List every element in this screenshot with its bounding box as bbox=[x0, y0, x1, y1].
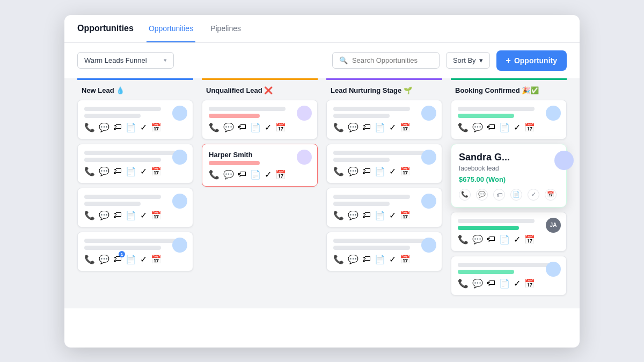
file-icon: 📄 bbox=[250, 122, 261, 132]
phone-icon: 📞 bbox=[209, 122, 219, 132]
sort-button[interactable]: Sort By ▾ bbox=[446, 52, 490, 69]
search-input[interactable] bbox=[352, 56, 433, 64]
skeleton bbox=[333, 114, 390, 118]
card[interactable]: 📞 💬 🏷 📄 ✓ 📅 bbox=[451, 256, 567, 295]
card-icons: 📞 💬 🏷 📄 ✓ 📅 bbox=[209, 122, 311, 132]
skeleton bbox=[84, 246, 161, 250]
sort-label: Sort By bbox=[453, 56, 476, 64]
card[interactable]: 📞 💬 🏷 📄 ✓ 📅 bbox=[77, 100, 193, 139]
tag-icon: 🏷 bbox=[113, 210, 122, 220]
column-new-lead: New Lead 💧 📞 💬 🏷 📄 ✓ 📅 bbox=[73, 78, 197, 300]
card-icons: 📞 💬 🏷 📄 ✓ 📅 bbox=[84, 166, 186, 176]
avatar: JA bbox=[546, 218, 561, 233]
phone-icon: 📞 bbox=[333, 254, 344, 264]
skeleton bbox=[333, 107, 410, 111]
skeleton-red bbox=[209, 114, 260, 118]
message-icon: 💬 bbox=[348, 166, 358, 176]
file-icon: 📄 bbox=[375, 122, 385, 132]
avatar bbox=[172, 194, 187, 209]
card-icons: 📞 💬 🏷 📄 ✓ 📅 bbox=[458, 234, 560, 245]
column-header-lead-nurturing: Lead Nurturing Stage 🌱 bbox=[326, 78, 442, 100]
phone-icon: 📞 bbox=[458, 278, 469, 289]
skeleton bbox=[84, 151, 176, 155]
avatar bbox=[546, 106, 561, 121]
card[interactable]: 📞 💬 🏷1 📄 ✓ 📅 bbox=[77, 232, 193, 271]
message-icon: 💬 bbox=[472, 234, 483, 245]
file-icon: 📄 bbox=[126, 166, 136, 176]
tag-icon: 🏷 bbox=[362, 210, 371, 220]
message-icon: 💬 bbox=[99, 210, 109, 220]
check-icon: ✓ bbox=[389, 166, 396, 176]
tag-icon: 🏷 bbox=[238, 122, 246, 132]
message-icon[interactable]: 💬 bbox=[476, 189, 488, 201]
search-box: 🔍 bbox=[332, 52, 440, 69]
card[interactable]: 📞 💬 🏷 📄 ✓ 📅 bbox=[326, 144, 442, 183]
file-icon: 📄 bbox=[499, 278, 510, 289]
check-icon: ✓ bbox=[389, 122, 396, 132]
skeleton bbox=[84, 107, 161, 111]
card[interactable]: 📞 💬 🏷 📄 ✓ 📅 bbox=[326, 100, 442, 139]
column-header-unqualified-lead: Unqualified Lead ❌ bbox=[202, 78, 318, 100]
tag-icon[interactable]: 🏷 bbox=[493, 189, 505, 201]
tab-opportunities[interactable]: Opportunities bbox=[147, 16, 195, 42]
check-icon: ✓ bbox=[140, 254, 147, 264]
phone-icon[interactable]: 📞 bbox=[459, 189, 471, 201]
message-icon: 💬 bbox=[472, 122, 483, 132]
app-title: Opportunities bbox=[77, 24, 134, 33]
avatar bbox=[172, 150, 187, 165]
phone-icon: 📞 bbox=[458, 234, 469, 245]
funnel-label: Warm Leads Funnel bbox=[84, 56, 147, 64]
avatar bbox=[546, 262, 561, 277]
card-icons: 📞 💬 🏷 📄 ✓ 📅 bbox=[333, 166, 435, 176]
file-icon: 📄 bbox=[126, 122, 136, 132]
card[interactable]: 📞 💬 🏷 📄 ✓ 📅 bbox=[326, 232, 442, 271]
card-icons: 📞 💬 🏷 📄 ✓ 📅 bbox=[333, 254, 435, 264]
card[interactable]: 📞 💬 🏷 📄 ✓ 📅 bbox=[451, 100, 567, 139]
message-icon: 💬 bbox=[223, 169, 234, 180]
card-icons: 📞 💬 🏷1 📄 ✓ 📅 bbox=[84, 254, 186, 264]
phone-icon: 📞 bbox=[333, 210, 344, 220]
card-sandra-g-expanded[interactable]: Sandra G... facebook lead $675.00 (Won) … bbox=[451, 144, 567, 208]
kanban-board: New Lead 💧 📞 💬 🏷 📄 ✓ 📅 bbox=[64, 78, 580, 308]
tag-icon: 🏷 bbox=[113, 166, 122, 176]
add-opportunity-button[interactable]: + Opportunity bbox=[496, 50, 567, 71]
app-window: Opportunities Opportunities Pipelines Wa… bbox=[64, 15, 580, 348]
phone-icon: 📞 bbox=[84, 210, 95, 220]
funnel-select[interactable]: Warm Leads Funnel ▾ bbox=[77, 52, 174, 69]
skeleton bbox=[84, 158, 161, 162]
tag-icon: 🏷 bbox=[238, 169, 246, 179]
column-title-lead-nurturing: Lead Nurturing Stage 🌱 bbox=[331, 86, 412, 94]
check-icon: ✓ bbox=[140, 210, 147, 220]
card-icons: 📞 💬 🏷 📄 ✓ 📅 bbox=[84, 210, 186, 220]
check-icon: ✓ bbox=[140, 166, 147, 176]
avatar bbox=[297, 150, 312, 165]
toolbar: Warm Leads Funnel ▾ 🔍 Sort By ▾ + Opport… bbox=[64, 43, 580, 78]
skeleton-green bbox=[458, 114, 514, 118]
phone-icon: 📞 bbox=[84, 254, 95, 264]
check-icon: ✓ bbox=[514, 122, 521, 132]
chevron-down-icon: ▾ bbox=[479, 56, 483, 64]
card[interactable]: 📞 💬 🏷 📄 ✓ 📅 bbox=[77, 188, 193, 227]
file-icon[interactable]: 📄 bbox=[510, 189, 522, 201]
add-opportunity-label: Opportunity bbox=[514, 56, 557, 65]
card[interactable]: 📞 💬 🏷 📄 ✓ 📅 bbox=[202, 100, 318, 139]
message-icon: 💬 bbox=[348, 210, 358, 220]
card[interactable]: 📞 💬 🏷 📄 ✓ 📅 bbox=[326, 188, 442, 227]
card[interactable]: 📞 💬 🏷 📄 ✓ 📅 bbox=[77, 144, 193, 183]
message-icon: 💬 bbox=[99, 122, 109, 132]
file-icon: 📄 bbox=[499, 122, 510, 132]
check-icon: ✓ bbox=[514, 278, 521, 289]
tab-pipelines[interactable]: Pipelines bbox=[208, 16, 243, 42]
check-icon[interactable]: ✓ bbox=[528, 189, 539, 201]
tag-icon: 🏷 bbox=[487, 234, 495, 244]
card[interactable]: JA 📞 💬 🏷 📄 ✓ 📅 bbox=[451, 212, 567, 252]
skeleton bbox=[458, 263, 550, 267]
skeleton bbox=[84, 114, 141, 118]
message-icon: 💬 bbox=[348, 254, 358, 264]
calendar-icon[interactable]: 📅 bbox=[545, 189, 557, 201]
card-harper-smith[interactable]: Harper Smith 📞 💬 🏷 📄 ✓ 📅 bbox=[202, 144, 318, 187]
search-icon: 🔍 bbox=[339, 56, 348, 64]
tag-icon: 🏷 bbox=[362, 254, 371, 264]
skeleton bbox=[333, 202, 390, 206]
check-icon: ✓ bbox=[265, 122, 272, 132]
